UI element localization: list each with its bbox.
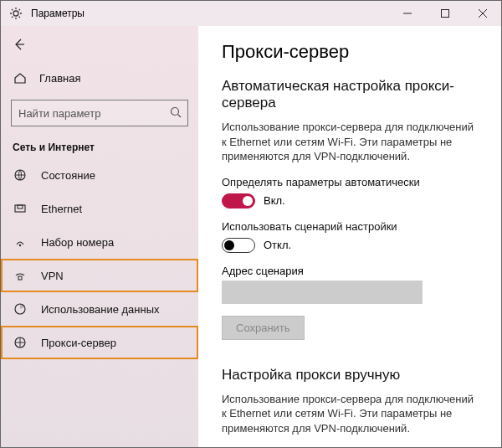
sidebar-item-label: Состояние xyxy=(41,169,95,182)
toggle-knob xyxy=(243,196,253,206)
detect-label: Определять параметры автоматически xyxy=(222,176,481,188)
svg-point-6 xyxy=(172,108,179,116)
svg-rect-10 xyxy=(18,205,23,209)
sidebar-item-status[interactable]: Состояние xyxy=(1,158,198,192)
script-toggle-row: Откл. xyxy=(222,238,481,253)
gear-icon xyxy=(9,7,23,20)
ethernet-icon xyxy=(13,201,28,216)
script-address-input[interactable] xyxy=(222,281,423,304)
auto-desc: Использование прокси-сервера для подключ… xyxy=(222,120,481,164)
detect-state: Вкл. xyxy=(264,194,285,207)
sidebar-item-label: Использование данных xyxy=(41,303,160,316)
sidebar-item-ethernet[interactable]: Ethernet xyxy=(1,192,198,225)
sidebar-item-label: Набор номера xyxy=(41,236,114,249)
sidebar-item-label: Прокси-сервер xyxy=(41,337,116,349)
sidebar-item-home[interactable]: Главная xyxy=(1,61,198,95)
svg-line-7 xyxy=(178,115,182,118)
search-wrap xyxy=(11,100,188,126)
maximize-button[interactable] xyxy=(426,1,464,26)
auto-heading: Автоматическая настройка прокси-сервера xyxy=(222,78,481,111)
manual-desc: Использование прокси-сервера для подключ… xyxy=(222,392,481,436)
sidebar-item-data-usage[interactable]: Использование данных xyxy=(1,292,198,326)
page-title: Прокси-сервер xyxy=(222,41,481,63)
home-icon xyxy=(13,70,28,85)
toggle-knob xyxy=(224,240,234,250)
detect-toggle-row: Вкл. xyxy=(222,193,481,209)
svg-rect-2 xyxy=(441,10,448,18)
dialup-icon xyxy=(13,234,28,250)
back-arrow-icon xyxy=(13,38,26,51)
sidebar-item-label: Ethernet xyxy=(41,203,82,215)
content: Прокси-сервер Автоматическая настройка п… xyxy=(198,26,501,447)
close-button[interactable] xyxy=(464,1,501,26)
window-title: Параметры xyxy=(31,8,85,19)
save-button[interactable]: Сохранить xyxy=(222,316,305,340)
sidebar-category: Сеть и Интернет xyxy=(1,135,198,158)
sidebar-item-label: VPN xyxy=(41,270,64,282)
status-icon xyxy=(13,167,28,183)
body: Главная Сеть и Интернет Состояние Ethern… xyxy=(1,26,501,447)
address-label: Адрес сценария xyxy=(222,265,481,277)
minimize-button[interactable] xyxy=(388,1,426,26)
sidebar-item-vpn[interactable]: VPN xyxy=(1,259,198,292)
sidebar-home-label: Главная xyxy=(39,72,80,85)
detect-toggle[interactable] xyxy=(222,193,255,209)
script-label: Использовать сценарий настройки xyxy=(222,220,481,233)
settings-window: Параметры Главная Сеть и Интернет Состоя xyxy=(0,0,502,448)
sidebar-item-proxy[interactable]: Прокси-сервер xyxy=(1,326,198,359)
data-usage-icon xyxy=(13,301,28,317)
svg-point-11 xyxy=(19,245,21,246)
script-state: Откл. xyxy=(264,239,291,251)
manual-heading: Настройка прокси вручную xyxy=(222,367,481,384)
script-toggle[interactable] xyxy=(222,238,255,253)
titlebar: Параметры xyxy=(1,1,501,26)
vpn-icon xyxy=(13,268,28,283)
sidebar-item-dialup[interactable]: Набор номера xyxy=(1,225,198,259)
svg-rect-12 xyxy=(18,276,22,280)
svg-point-0 xyxy=(13,11,18,16)
sidebar: Главная Сеть и Интернет Состояние Ethern… xyxy=(1,26,198,447)
search-icon xyxy=(170,106,182,118)
window-controls xyxy=(388,1,501,26)
search-input[interactable] xyxy=(11,100,188,126)
proxy-icon xyxy=(13,335,28,350)
back-button[interactable] xyxy=(1,28,198,61)
